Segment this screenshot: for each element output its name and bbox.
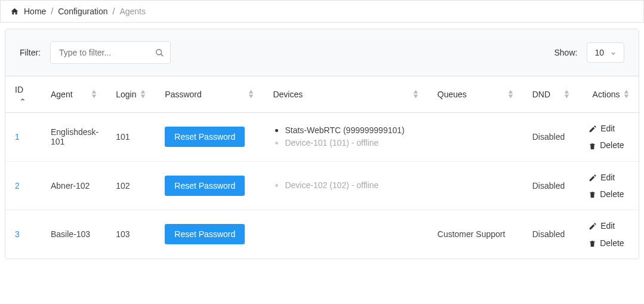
breadcrumb-current: Agents [119, 7, 146, 16]
col-login[interactable]: Login [106, 76, 155, 113]
agents-table: ID Agent Login [5, 76, 639, 259]
sort-icon [140, 90, 146, 99]
svg-marker-3 [92, 95, 97, 99]
home-icon [10, 7, 19, 16]
table-body: 1Englishdesk-101101Reset PasswordStats-W… [5, 113, 639, 259]
col-devices[interactable]: Devices [263, 76, 427, 113]
devices-cell [263, 210, 427, 259]
filter-input-wrap [50, 41, 171, 64]
queues-cell: Customer Support [428, 210, 523, 259]
agent-cell: Abner-102 [41, 161, 106, 210]
col-queues[interactable]: Queues [428, 76, 523, 113]
svg-marker-14 [624, 90, 629, 94]
dnd-cell: Disabled [523, 161, 579, 210]
id-link[interactable]: 3 [15, 229, 20, 239]
breadcrumb-home[interactable]: Home [24, 7, 46, 16]
svg-marker-15 [624, 95, 629, 99]
breadcrumb-separator: / [113, 7, 115, 16]
device-item: Device-101 (101) - offline [275, 137, 418, 149]
sort-icon [91, 90, 97, 99]
breadcrumb: Home / Configuration / Agents [0, 0, 644, 23]
devices-cell: Device-102 (102) - offline [263, 161, 427, 210]
table-row: 2Abner-102102Reset PasswordDevice-102 (1… [5, 161, 639, 210]
sort-icon [564, 90, 569, 99]
agent-cell: Basile-103 [41, 210, 106, 259]
sort-icon [413, 90, 418, 99]
trash-icon [588, 238, 596, 247]
device-list: Stats-WebRTC (999999999101)Device-101 (1… [273, 124, 418, 149]
device-item: Device-102 (102) - offline [275, 179, 418, 192]
table-row: 1Englishdesk-101101Reset PasswordStats-W… [5, 113, 639, 162]
edit-icon [588, 173, 597, 182]
device-list: Device-102 (102) - offline [273, 179, 418, 192]
actions-cell: EditDelete [588, 173, 629, 199]
col-agent[interactable]: Agent [41, 76, 106, 113]
table-header: ID Agent Login [5, 76, 639, 113]
col-dnd[interactable]: DND [523, 76, 579, 113]
breadcrumb-configuration[interactable]: Configuration [58, 7, 107, 16]
login-cell: 101 [106, 113, 155, 162]
login-cell: 103 [106, 210, 155, 259]
edit-action[interactable]: Edit [588, 124, 615, 133]
edit-icon [588, 124, 597, 133]
show-controls: Show: 10 [554, 42, 625, 63]
filter-bar: Filter: Show: 10 [5, 29, 639, 76]
actions-cell: EditDelete [588, 124, 629, 151]
filter-label: Filter: [20, 48, 41, 57]
svg-marker-4 [141, 90, 146, 94]
queues-cell [428, 113, 523, 162]
svg-marker-6 [249, 90, 254, 94]
filter-input[interactable] [51, 42, 170, 63]
delete-action[interactable]: Delete [588, 238, 624, 247]
col-password[interactable]: Password [155, 76, 263, 113]
table-row: 3Basile-103103Reset PasswordCustomer Sup… [5, 210, 639, 259]
sort-icon [248, 90, 254, 99]
delete-action[interactable]: Delete [588, 140, 624, 150]
chevron-down-icon [610, 48, 617, 57]
agent-cell: Englishdesk-101 [41, 113, 106, 162]
edit-action[interactable]: Edit [588, 173, 615, 182]
actions-cell: EditDelete [588, 221, 629, 248]
svg-marker-8 [414, 90, 418, 94]
sort-icon [508, 90, 513, 99]
devices-cell: Stats-WebRTC (999999999101)Device-101 (1… [263, 113, 427, 162]
svg-marker-10 [508, 90, 513, 94]
trash-icon [588, 140, 596, 150]
svg-marker-7 [249, 95, 254, 99]
svg-marker-13 [565, 95, 569, 99]
dnd-cell: Disabled [523, 210, 579, 259]
show-label: Show: [554, 48, 578, 57]
reset-password-button[interactable]: Reset Password [165, 127, 245, 147]
svg-marker-9 [414, 95, 418, 99]
device-item: Stats-WebRTC (999999999101) [275, 124, 418, 137]
reset-password-button[interactable]: Reset Password [165, 224, 245, 244]
reset-password-button[interactable]: Reset Password [165, 176, 245, 196]
delete-action[interactable]: Delete [588, 189, 624, 199]
edit-icon [588, 221, 597, 231]
svg-marker-5 [141, 95, 146, 99]
show-value: 10 [594, 48, 604, 57]
svg-marker-11 [508, 95, 513, 99]
col-actions[interactable]: Actions [579, 76, 639, 113]
sort-asc-icon [20, 94, 26, 104]
show-select[interactable]: 10 [587, 42, 624, 63]
sort-icon [624, 90, 629, 99]
edit-action[interactable]: Edit [588, 221, 615, 231]
queues-cell [428, 161, 523, 210]
dnd-cell: Disabled [523, 113, 579, 162]
trash-icon [588, 189, 596, 199]
col-id[interactable]: ID [5, 76, 41, 113]
svg-marker-2 [92, 90, 97, 94]
breadcrumb-separator: / [51, 7, 53, 16]
login-cell: 102 [106, 161, 155, 210]
filter-controls: Filter: [20, 41, 171, 64]
id-link[interactable]: 2 [15, 181, 20, 191]
svg-marker-12 [565, 90, 569, 94]
agents-panel: Filter: Show: 10 ID [5, 29, 639, 259]
id-link[interactable]: 1 [15, 132, 20, 142]
